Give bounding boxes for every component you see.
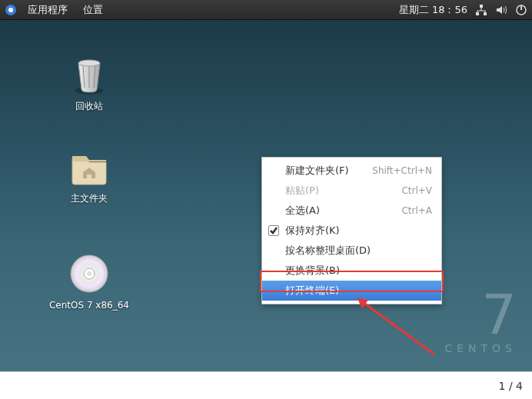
desktop-icon-label: CentOS 7 x86_64 (43, 300, 135, 311)
menu-label: 新建文件夹(F) (285, 164, 349, 178)
menu-shortcut: Ctrl+V (401, 185, 432, 196)
menu-keep-aligned[interactable]: 保持对齐(K) (262, 221, 441, 241)
workspace-indicator[interactable]: 1 / 4 (499, 380, 523, 392)
menu-new-folder[interactable]: 新建文件夹(F) Shift+Ctrl+N (262, 161, 441, 181)
menu-select-all[interactable]: 全选(A) Ctrl+A (262, 201, 441, 221)
topbar-left: 应用程序 位置 (5, 3, 109, 17)
top-panel: 应用程序 位置 星期二 18：56 (0, 0, 532, 20)
menu-label: 按名称整理桌面(D) (285, 244, 371, 258)
desktop-icon-trash[interactable]: 回收站 (43, 52, 135, 113)
centos-branding: 7 CENTOS (444, 287, 517, 354)
svg-rect-3 (476, 12, 479, 15)
volume-icon[interactable] (495, 4, 507, 16)
desktop-icon-disc[interactable]: CentOS 7 x86_64 (43, 252, 135, 311)
bottom-panel: 1 / 4 (0, 371, 532, 399)
topbar-right: 星期二 18：56 (399, 3, 527, 17)
svg-point-14 (87, 271, 91, 276)
power-icon[interactable] (515, 4, 527, 16)
menu-shortcut: Ctrl+A (401, 205, 432, 216)
desktop-icon-label: 主文件夹 (43, 192, 135, 205)
menu-open-terminal[interactable]: 打开终端(E) (262, 281, 441, 301)
network-icon[interactable] (475, 4, 487, 16)
svg-point-11 (78, 60, 100, 66)
menu-label: 更换背景(B) (285, 264, 340, 278)
menu-label: 打开终端(E) (285, 284, 339, 298)
svg-point-1 (8, 8, 13, 12)
checkbox-icon (268, 225, 279, 236)
menu-applications[interactable]: 应用程序 (22, 3, 74, 17)
home-folder-icon (68, 145, 111, 188)
desktop[interactable]: 回收站 主文件夹 CentOS 7 x86_64 7 CENTOS 新建文件夹(… (0, 20, 532, 370)
menu-label: 保持对齐(K) (285, 224, 340, 238)
centos-version: 7 (444, 287, 517, 342)
disc-icon (68, 252, 111, 295)
menu-organize-by-name[interactable]: 按名称整理桌面(D) (262, 241, 441, 261)
desktop-icon-label: 回收站 (43, 100, 135, 113)
desktop-icon-home[interactable]: 主文件夹 (43, 145, 135, 205)
clock[interactable]: 星期二 18：56 (399, 3, 467, 17)
menu-places[interactable]: 位置 (77, 3, 109, 17)
svg-rect-2 (480, 5, 483, 8)
applications-icon (5, 4, 17, 16)
svg-rect-4 (484, 12, 487, 15)
menu-change-background[interactable]: 更换背景(B) (262, 261, 441, 281)
desktop-context-menu: 新建文件夹(F) Shift+Ctrl+N 粘贴(P) Ctrl+V 全选(A)… (261, 157, 442, 304)
menu-label: 全选(A) (285, 204, 320, 218)
menu-shortcut: Shift+Ctrl+N (372, 165, 432, 176)
centos-name: CENTOS (444, 342, 517, 354)
svg-line-15 (357, 298, 434, 354)
trash-icon (68, 52, 111, 95)
menu-paste: 粘贴(P) Ctrl+V (262, 181, 441, 201)
menu-label: 粘贴(P) (285, 184, 319, 198)
